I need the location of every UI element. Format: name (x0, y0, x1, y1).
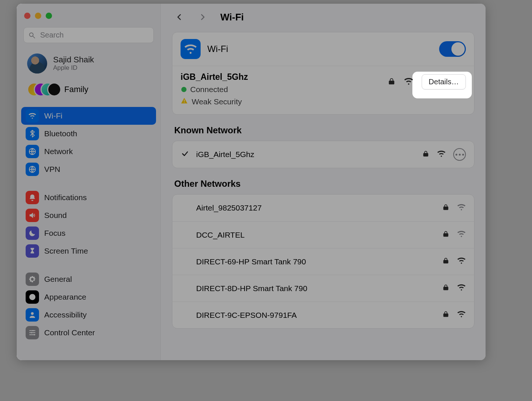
network-row[interactable]: DIRECT-69-HP Smart Tank 790 (172, 248, 474, 275)
label: Appearance (44, 293, 86, 301)
lock-icon (387, 77, 396, 87)
sidebar-item-focus[interactable]: Focus (21, 224, 156, 242)
gear-icon (26, 273, 39, 286)
network-name: DIRECT-9C-EPSON-9791FA (196, 311, 435, 320)
sidebar-item-sound[interactable]: Sound (21, 206, 156, 224)
other-networks-list: Airtel_9825037127DCC_AIRTELDIRECT-69-HP … (172, 194, 474, 329)
sidebar-item-notifications[interactable]: Notifications (21, 189, 156, 206)
status-dot-icon (181, 87, 186, 92)
appearance-icon (26, 290, 39, 304)
toolbar: Wi-Fi (161, 4, 486, 28)
sidebar-item-vpn[interactable]: VPN (21, 160, 156, 178)
bell-icon (26, 191, 39, 204)
network-icon (26, 145, 39, 158)
user-avatar (27, 53, 47, 74)
window-controls (21, 10, 156, 27)
search-input[interactable] (39, 30, 149, 40)
sidebar-search[interactable] (23, 27, 154, 43)
sidebar-item-appleid[interactable]: Sajid Shaik Apple ID (23, 50, 155, 76)
more-button[interactable] (453, 148, 466, 161)
network-row[interactable]: DIRECT-8D-HP Smart Tank 790 (172, 275, 474, 301)
network-name: DCC_AIRTEL (196, 231, 435, 239)
wifi-card: Wi-Fi iGB_Airtel_5Ghz Connected Weak Sec… (172, 32, 474, 115)
label: Focus (44, 229, 65, 238)
current-network-name: iGB_Airtel_5Ghz (181, 72, 381, 82)
sidebar-item-general[interactable]: General (21, 270, 156, 288)
forward-button[interactable] (194, 9, 211, 25)
person-icon (26, 308, 39, 322)
network-name: DIRECT-69-HP Smart Tank 790 (196, 257, 435, 266)
label: General (44, 275, 72, 284)
network-row[interactable]: Airtel_9825037127 (172, 195, 474, 221)
sidebar-item-screentime[interactable]: Screen Time (21, 242, 156, 260)
wifi-signal-icon (457, 310, 466, 320)
network-row[interactable]: iGB_Airtel_5Ghz (172, 141, 474, 168)
fullscreen-window-button[interactable] (46, 13, 52, 19)
sidebar-item-appearance[interactable]: Appearance (21, 288, 156, 306)
sidebar-item-network[interactable]: Network (21, 143, 156, 160)
bluetooth-icon (26, 127, 39, 140)
network-row[interactable]: DIRECT-9C-EPSON-9791FA (172, 301, 474, 328)
close-window-button[interactable] (24, 13, 30, 19)
back-button[interactable] (171, 9, 188, 25)
label: Sound (44, 211, 67, 220)
minimize-window-button[interactable] (35, 13, 41, 19)
family-label: Family (64, 85, 88, 94)
label: Screen Time (44, 247, 88, 255)
sidebar-item-controlcenter[interactable]: Control Center (21, 324, 156, 342)
wifi-toggle-label: Wi-Fi (207, 44, 432, 54)
wifi-icon (26, 109, 39, 123)
wifi-signal-icon (437, 149, 446, 160)
wifi-signal-icon (457, 229, 466, 240)
security-status: Weak Security (192, 97, 242, 106)
sidebar-item-wifi[interactable]: Wi-Fi (21, 107, 156, 125)
check-icon (181, 150, 189, 159)
settings-window: Sajid Shaik Apple ID Family Wi-Fi Blueto… (17, 4, 486, 360)
search-icon (28, 32, 36, 39)
sidebar-item-accessibility[interactable]: Accessibility (21, 306, 156, 324)
label: Network (44, 147, 73, 156)
label: Control Center (44, 328, 95, 337)
details-button[interactable]: Details… (422, 74, 466, 89)
warning-icon (181, 97, 188, 106)
user-sub: Apple ID (53, 64, 94, 72)
section-known-title: Known Network (174, 125, 474, 136)
label: Accessibility (44, 310, 87, 319)
vpn-icon (26, 163, 39, 176)
wifi-signal-icon (404, 76, 413, 88)
label: Bluetooth (44, 129, 77, 138)
section-other-title: Other Networks (174, 179, 474, 189)
wifi-toggle[interactable] (439, 41, 466, 57)
sidebar-item-bluetooth[interactable]: Bluetooth (21, 125, 156, 143)
page-title: Wi-Fi (220, 12, 244, 23)
known-networks-list: iGB_Airtel_5Ghz (172, 141, 474, 168)
wifi-icon (181, 39, 201, 59)
lock-icon (442, 284, 450, 293)
connected-status: Connected (190, 85, 228, 94)
label: Notifications (44, 193, 87, 202)
label: Wi-Fi (44, 111, 62, 120)
label: VPN (44, 165, 60, 174)
sidebar-item-family[interactable]: Family (23, 79, 155, 100)
user-name: Sajid Shaik (53, 55, 94, 64)
network-name: Airtel_9825037127 (196, 203, 435, 212)
sidebar: Sajid Shaik Apple ID Family Wi-Fi Blueto… (17, 4, 161, 360)
wifi-signal-icon (457, 283, 466, 294)
hourglass-icon (26, 244, 39, 258)
network-name: DIRECT-8D-HP Smart Tank 790 (196, 284, 435, 293)
main-pane: Wi-Fi Wi-Fi iGB_Airtel_5Ghz Connected (161, 4, 486, 360)
sliders-icon (26, 326, 39, 339)
lock-icon (442, 230, 450, 239)
wifi-signal-icon (457, 256, 466, 267)
moon-icon (26, 226, 39, 240)
lock-icon (442, 310, 450, 320)
lock-icon (442, 257, 450, 266)
network-row[interactable]: DCC_AIRTEL (172, 221, 474, 248)
sound-icon (26, 209, 39, 222)
wifi-signal-icon (457, 203, 466, 213)
lock-icon (422, 150, 429, 159)
lock-icon (442, 203, 450, 213)
network-name: iGB_Airtel_5Ghz (196, 150, 415, 159)
family-avatars (27, 82, 59, 97)
